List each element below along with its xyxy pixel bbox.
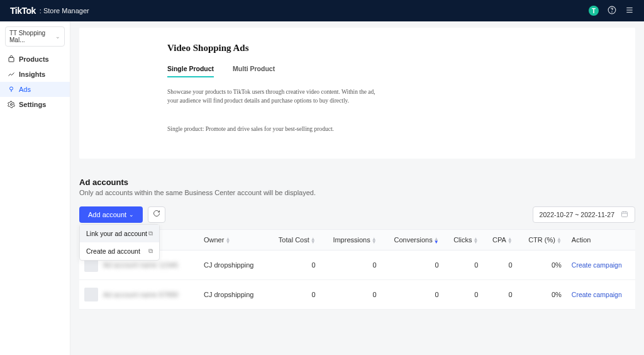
logo-text: TikTok bbox=[10, 6, 36, 16]
date-range-value: 2022-10-27 ~ 2022-11-27 bbox=[540, 211, 614, 218]
menu-icon[interactable] bbox=[625, 6, 634, 16]
col-total-cost[interactable]: Total Cost▲▼ bbox=[267, 229, 321, 250]
ad-accounts-section: Ad accounts Only ad accounts within the … bbox=[79, 169, 635, 310]
sidebar-item-settings[interactable]: Settings bbox=[0, 97, 70, 112]
svg-point-1 bbox=[612, 11, 613, 12]
add-account-dropdown: Link your ad account ⧉ Create ad account… bbox=[79, 224, 160, 261]
dropdown-link-account[interactable]: Link your ad account ⧉ bbox=[80, 225, 159, 242]
sort-icon: ▲▼ bbox=[474, 237, 479, 244]
col-impressions[interactable]: Impressions▲▼ bbox=[321, 229, 382, 250]
cell-total-cost: 0 bbox=[267, 250, 321, 279]
logo-subtitle: : Store Manager bbox=[40, 7, 89, 14]
svg-point-6 bbox=[10, 87, 13, 90]
tab-single-product[interactable]: Single Product bbox=[167, 65, 214, 77]
cell-clicks: 0 bbox=[444, 250, 484, 279]
store-selector[interactable]: TT Shopping Mal... ⌄ bbox=[5, 26, 65, 47]
cell-ctr: 0% bbox=[518, 250, 567, 279]
cell-cpa: 0 bbox=[483, 279, 517, 309]
cell-impressions: 0 bbox=[321, 250, 382, 279]
refresh-button[interactable] bbox=[148, 206, 165, 223]
header-actions: T bbox=[589, 6, 634, 16]
cell-owner: CJ dropshipping bbox=[199, 250, 267, 279]
table-row: Ad account name 12345 CJ dropshipping 0 … bbox=[79, 250, 635, 279]
dropdown-create-account[interactable]: Create ad account ⧉ bbox=[80, 242, 159, 260]
svg-rect-5 bbox=[9, 58, 14, 62]
account-name: Ad account name 12345 bbox=[103, 261, 178, 269]
cell-cpa: 0 bbox=[483, 250, 517, 279]
chevron-down-icon: ⌄ bbox=[129, 211, 134, 218]
accounts-table: A Owner▲▼ Total Cost▲▼ Impressions▲▼ Con… bbox=[79, 229, 635, 310]
external-link-icon: ⧉ bbox=[148, 247, 153, 255]
col-action: Action bbox=[567, 229, 635, 250]
refresh-icon bbox=[153, 210, 160, 219]
col-clicks[interactable]: Clicks▲▼ bbox=[444, 229, 484, 250]
col-owner[interactable]: Owner▲▼ bbox=[199, 229, 267, 250]
svg-rect-8 bbox=[622, 211, 628, 217]
cell-conversions: 0 bbox=[382, 250, 444, 279]
sort-icon: ▲▼ bbox=[508, 237, 513, 244]
accounts-toolbar: Add account ⌄ Link your ad account ⧉ Cre… bbox=[79, 206, 635, 223]
avatar[interactable]: T bbox=[589, 6, 599, 16]
account-thumb bbox=[84, 288, 98, 301]
section-subtitle: Only ad accounts within the same Busines… bbox=[79, 189, 635, 196]
sort-icon: ▲▼ bbox=[434, 237, 439, 244]
date-range-picker[interactable]: 2022-10-27 ~ 2022-11-27 bbox=[533, 206, 635, 223]
sidebar: TT Shopping Mal... ⌄ Products Insights A… bbox=[0, 21, 70, 355]
hero-description: Showcase your products to TikTok users t… bbox=[167, 87, 381, 106]
sidebar-nav: Products Insights Ads Settings bbox=[0, 52, 70, 112]
main-content: Video Shopping Ads Single Product Multi … bbox=[70, 21, 644, 355]
sort-icon: ▲▼ bbox=[372, 237, 377, 244]
header-brand: TikTok : Store Manager bbox=[10, 6, 89, 16]
add-account-label: Add account bbox=[88, 211, 126, 218]
sort-icon: ▲▼ bbox=[311, 237, 316, 244]
sidebar-item-ads[interactable]: Ads bbox=[0, 82, 70, 97]
sidebar-item-label: Settings bbox=[19, 101, 46, 108]
tab-multi-product[interactable]: Multi Product bbox=[233, 65, 275, 77]
col-ctr[interactable]: CTR (%)▲▼ bbox=[518, 229, 567, 250]
cell-impressions: 0 bbox=[321, 279, 382, 309]
product-tabs: Single Product Multi Product bbox=[167, 65, 547, 77]
dropdown-item-label: Link your ad account bbox=[86, 230, 147, 237]
sidebar-item-label: Insights bbox=[19, 70, 45, 78]
create-campaign-link[interactable]: Create campaign bbox=[572, 261, 622, 269]
page-title: Video Shopping Ads bbox=[167, 43, 547, 54]
sidebar-item-insights[interactable]: Insights bbox=[0, 67, 70, 82]
section-title: Ad accounts bbox=[79, 178, 635, 187]
account-name: Ad account name 67890 bbox=[103, 291, 178, 298]
external-link-icon: ⧉ bbox=[148, 230, 153, 237]
hero-card: Video Shopping Ads Single Product Multi … bbox=[79, 28, 635, 159]
col-conversions[interactable]: Conversions▲▼ bbox=[382, 229, 444, 250]
sidebar-item-products[interactable]: Products bbox=[0, 52, 70, 67]
cell-conversions: 0 bbox=[382, 279, 444, 309]
sidebar-item-label: Products bbox=[19, 55, 49, 63]
dropdown-item-label: Create ad account bbox=[86, 247, 140, 255]
sidebar-item-label: Ads bbox=[19, 86, 31, 93]
cell-ctr: 0% bbox=[518, 279, 567, 309]
create-campaign-link[interactable]: Create campaign bbox=[572, 291, 622, 298]
sort-icon: ▲▼ bbox=[557, 237, 562, 244]
chevron-down-icon: ⌄ bbox=[55, 33, 60, 40]
cell-owner: CJ dropshipping bbox=[199, 279, 267, 309]
svg-point-7 bbox=[11, 104, 13, 106]
sort-icon: ▲▼ bbox=[225, 237, 230, 244]
settings-icon bbox=[8, 101, 15, 108]
table-row: Ad account name 67890 CJ dropshipping 0 … bbox=[79, 279, 635, 309]
table-header-row: A Owner▲▼ Total Cost▲▼ Impressions▲▼ Con… bbox=[79, 229, 635, 250]
cell-total-cost: 0 bbox=[267, 279, 321, 309]
add-account-button[interactable]: Add account ⌄ bbox=[79, 206, 143, 223]
insights-icon bbox=[8, 70, 15, 78]
hero-subdescription: Single product: Promote and drive sales … bbox=[167, 125, 381, 133]
col-cpa[interactable]: CPA▲▼ bbox=[483, 229, 517, 250]
store-selector-label: TT Shopping Mal... bbox=[9, 30, 55, 43]
products-icon bbox=[8, 55, 15, 63]
cell-clicks: 0 bbox=[444, 279, 484, 309]
ads-icon bbox=[8, 86, 15, 93]
calendar-icon bbox=[621, 210, 628, 219]
app-header: TikTok : Store Manager T bbox=[0, 0, 644, 21]
help-icon[interactable] bbox=[608, 6, 616, 16]
